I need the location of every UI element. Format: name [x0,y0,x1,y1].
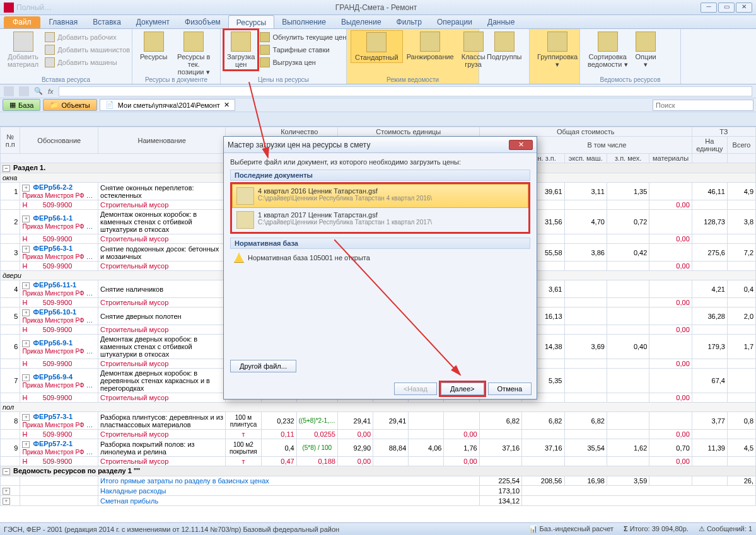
next-button[interactable]: Далее> [441,383,484,395]
tab-document[interactable]: Документ [129,15,177,28]
file-icon [236,211,254,229]
find-icon[interactable]: 🔍 [34,87,43,95]
close-tab-icon[interactable]: ✕ [224,101,230,109]
statusbar: ГЭСН, ФЕР - 2001 (редакция 2014 г. с изм… [0,522,756,535]
add-machinists: Добавить машинистов [42,44,132,55]
subgroups-button[interactable]: Подгруппы [483,30,526,62]
col-qty: Количество [261,127,337,137]
tab-resources[interactable]: Ресурсы [228,15,274,28]
group-insert-label: Вставка ресурса [0,76,132,83]
file-icon [236,187,254,205]
document-tab[interactable]: 📄Мои сметы\упячка\2014\Ремонт✕ [100,99,235,111]
other-file-button[interactable]: Другой файл... [230,360,296,372]
col-name: Наименование [98,127,226,154]
ranking-button[interactable]: Ранжирование [403,30,458,62]
undo-icon[interactable] [4,86,14,96]
formula-bar[interactable] [59,86,752,96]
price-wizard-dialog: Мастер загрузки цен на ресурсы в смету ✕… [223,136,537,400]
status-msg[interactable]: ⚠ Сообщений: 1 [699,525,752,533]
warning-icon [234,253,244,263]
redo-icon[interactable] [19,86,29,96]
norm-section: Нормативная база [230,238,530,249]
tab-file[interactable]: Файл [4,16,40,28]
dialog-close-button[interactable]: ✕ [509,140,533,150]
tab-data[interactable]: Данные [480,15,522,28]
close-button[interactable]: ✕ [736,3,752,13]
fx-label: fx [48,88,54,95]
col-vtom: В том числе [522,137,692,154]
grouping-button[interactable]: Группировка ▾ [533,30,581,70]
col-unitcost: Стоимость единицы [337,127,479,137]
col-t3: ТЗ [692,127,755,137]
status-left: ГЭСН, ФЕР - 2001 (редакция 2014 г. с изм… [4,526,339,533]
group-docres-label: Ресурсы в документе [132,76,220,83]
base-button[interactable]: ▦База [3,99,40,111]
add-material-button: Добавить материал [4,30,42,69]
resources-pos-button[interactable]: Ресурсы в тек. позиции ▾ [171,30,216,78]
tab-main[interactable]: Главная [42,15,86,28]
tabstrip: ▦База 📁Объекты 📄Мои сметы\упячка\2014\Ре… [0,98,756,112]
ribbon-body: Добавить материал Добавить рабочих Добав… [0,29,756,84]
group-mode-label: Режим ведомости [347,76,479,83]
dialog-titlebar: Мастер загрузки цен на ресурсы в смету ✕ [224,137,537,153]
app-icon [4,3,14,13]
back-button: <Назад [394,383,437,395]
status-sum: Σ Итого: 39 094,80р. [624,525,689,533]
add-machines: Добавить машины [42,57,132,68]
col-osn: Обоснование [20,127,98,154]
recent-section: Последние документы [230,170,530,181]
standard-button[interactable]: Стандартный [351,30,403,63]
tariff-rates[interactable]: Тарифные ставки [257,44,354,55]
dialog-instruction: Выберите файл или документ, из которого … [230,158,530,166]
maximize-button[interactable]: ▭ [718,3,735,13]
titlebar: Полный… ГРАНД-Смета - Ремонт ─ ▭ ✕ [0,0,756,15]
norm-warning: Нормативная база 105001 не открыта [230,249,530,267]
export-prices[interactable]: Выгрузка цен [257,57,354,68]
col-total: Общая стоимость [479,127,692,137]
tab-execution[interactable]: Выполнение [274,15,334,28]
tab-fizobem[interactable]: Физобъем [177,15,228,28]
recent-list: 4 квартал 2016 Ценник Татарстан.gsfC:\др… [230,182,530,234]
tab-insert[interactable]: Вставка [85,15,129,28]
sort-button[interactable]: Сортировка ведомости ▾ [584,30,632,70]
minimize-button[interactable]: ─ [701,3,717,13]
col-vsego: Всего [727,137,755,154]
objects-button[interactable]: 📁Объекты [43,99,96,111]
tab-filter[interactable]: Фильтр [389,15,429,28]
tab-operations[interactable]: Операции [429,15,480,28]
add-workers: Добавить рабочих [42,32,132,43]
recent-item-2[interactable]: 1 квартал 2017 Ценник Татарстан.gsfC:\др… [232,208,528,232]
col-num: № п.п [1,127,20,154]
app-name-left: Полный… [16,3,52,12]
ribbon-tabs: Файл Главная Вставка Документ Физобъем Р… [0,15,756,29]
cancel-button[interactable]: Отмена [488,383,532,395]
options-button[interactable]: Опции ▾ [632,30,660,70]
quick-access: 🔍 fx [0,84,756,98]
search-input[interactable] [653,100,753,111]
dialog-title: Мастер загрузки цен на ресурсы в смету [228,141,370,149]
group-prices-label: Цены на ресурсы [221,76,346,83]
group-ved-label: Ведомость ресурсов [580,76,680,83]
col-naed: На единицу [692,137,727,154]
load-prices-button[interactable]: Загрузка цен [224,30,257,69]
recent-item-1[interactable]: 4 квартал 2016 Ценник Татарстан.gsfC:\др… [232,184,528,208]
tab-selection[interactable]: Выделение [334,15,389,28]
zero-prices[interactable]: Обнулить текущие цены [257,32,354,43]
window-title: ГРАНД-Смета - Ремонт [52,3,701,12]
resources-button[interactable]: Ресурсы [136,30,171,62]
status-calc: 📊 Баз.-индексный расчет [529,525,614,533]
